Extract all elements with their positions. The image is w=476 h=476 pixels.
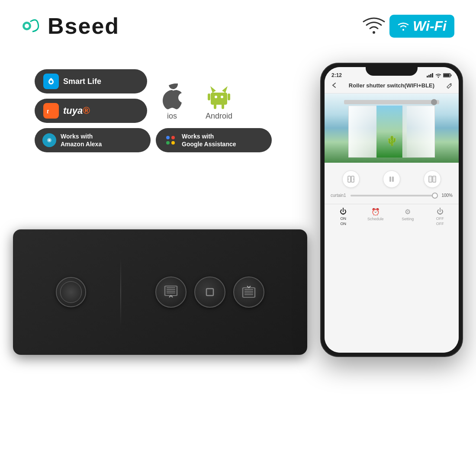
svg-rect-30: [206, 289, 213, 296]
curtain-slider-label: curtain1: [331, 193, 348, 198]
svg-point-3: [402, 29, 404, 31]
curtain-slider-track[interactable]: [351, 195, 437, 196]
switch-divider: [120, 257, 121, 327]
header: Bseed Wi-Fi: [0, 0, 476, 43]
svg-point-14: [171, 141, 175, 145]
svg-point-1: [25, 24, 29, 28]
bottom-nav: ⏻ ON ON ⏰ Schedule ⚙ Setting ⏻ OFF OFF: [325, 204, 459, 229]
android-label: Android: [206, 112, 232, 121]
alexa-icon: [42, 133, 56, 147]
curtain-slider-value: 100%: [440, 193, 453, 198]
svg-point-11: [164, 133, 177, 147]
nav-setting-label: Setting: [402, 217, 414, 221]
svg-point-15: [166, 141, 170, 145]
brand-name: Bseed: [48, 13, 119, 39]
nav-schedule[interactable]: ⏰ Schedule: [365, 208, 386, 226]
back-arrow-icon[interactable]: [331, 82, 338, 89]
close-ctrl-button[interactable]: [424, 170, 441, 188]
google-icon: [164, 133, 177, 147]
smart-life-icon: [43, 74, 59, 89]
status-icons: [427, 73, 452, 78]
nav-schedule-icon: ⏰: [371, 208, 380, 216]
app-title: Roller shutter switch(WIFI+BLE): [338, 82, 446, 89]
edit-icon[interactable]: [446, 82, 453, 89]
svg-rect-16: [211, 93, 227, 105]
bseed-icon: [22, 15, 43, 37]
switch-roller-open-button[interactable]: [155, 277, 187, 308]
controls-area: curtain1 100%: [325, 163, 459, 204]
nav-setting-icon: ⚙: [405, 208, 411, 216]
brand-logo: Bseed: [22, 13, 119, 39]
nav-setting[interactable]: ⚙ Setting: [397, 208, 418, 226]
nav-on-sublabel: ON: [341, 222, 347, 226]
svg-point-2: [373, 31, 375, 34]
open-ctrl-button[interactable]: [342, 170, 360, 188]
google-badge: Works with Google Assistance: [156, 128, 272, 152]
curtain-slider-fill: [351, 195, 433, 196]
phone-screen: 2:12: [325, 67, 459, 353]
alexa-text: Works with Amazon Alexa: [61, 132, 102, 148]
svg-rect-41: [432, 73, 433, 77]
curtain-left: [348, 106, 381, 158]
nav-off[interactable]: ⏻ OFF OFF: [429, 208, 451, 226]
svg-point-12: [166, 136, 170, 139]
window-image: 🌵: [325, 93, 459, 163]
svg-point-5: [50, 80, 52, 83]
window-handle: [431, 99, 437, 105]
curtain-right: [402, 106, 435, 158]
nav-off-sublabel: OFF: [436, 222, 444, 226]
curtain-slider-thumb[interactable]: [432, 193, 438, 199]
pause-ctrl-button[interactable]: [383, 170, 400, 188]
nav-off-label: OFF: [436, 216, 444, 221]
switch-stop-button[interactable]: [194, 277, 225, 308]
phone-mockup: 2:12: [320, 63, 463, 357]
switch-roller-close-button[interactable]: [233, 277, 264, 308]
cactus-decoration: 🌵: [386, 135, 398, 147]
google-text: Works with Google Assistance: [182, 132, 236, 148]
svg-rect-20: [222, 104, 224, 109]
svg-rect-49: [392, 177, 394, 182]
nav-on[interactable]: ⏻ ON ON: [332, 208, 354, 226]
switch-single-button[interactable]: [56, 277, 86, 307]
control-buttons: [331, 167, 453, 191]
wifi-badge: Wi-Fi: [362, 15, 454, 38]
svg-rect-44: [444, 74, 450, 77]
wifi-signal-icon: [362, 16, 386, 37]
switch-single-inner: [60, 281, 82, 303]
svg-point-13: [171, 136, 175, 139]
os-badges: ios Android: [160, 84, 232, 121]
status-time: 2:12: [331, 72, 342, 78]
svg-rect-48: [389, 177, 391, 182]
svg-point-22: [221, 96, 223, 98]
tuya-badge: t tuya®: [35, 99, 147, 123]
app-header: Roller shutter switch(WIFI+BLE): [325, 80, 459, 93]
switch-triple-group: [155, 277, 264, 308]
nav-on-icon: ⏻: [340, 208, 347, 215]
signal-icon: [427, 73, 434, 77]
battery-icon: [443, 73, 452, 77]
tuya-icon: t: [43, 103, 59, 119]
ios-badge: ios: [160, 84, 184, 121]
svg-rect-19: [214, 104, 216, 109]
svg-rect-39: [428, 75, 430, 77]
curtain-slider-row: curtain1 100%: [331, 191, 453, 199]
nav-on-label: ON: [341, 216, 347, 221]
smart-life-label: Smart Life: [63, 77, 101, 86]
smart-life-badge: Smart Life: [35, 69, 147, 93]
window-frame: 🌵: [348, 98, 435, 158]
svg-text:t: t: [47, 108, 49, 115]
svg-point-42: [438, 77, 439, 77]
svg-rect-18: [228, 93, 230, 100]
app-content: 🌵: [325, 93, 459, 353]
svg-point-21: [215, 96, 217, 98]
window-rail: [344, 100, 439, 104]
nav-schedule-label: Schedule: [367, 217, 384, 221]
alexa-badge: Works with Amazon Alexa: [35, 128, 151, 152]
tuya-label: tuya®: [63, 105, 90, 116]
ios-label: ios: [167, 112, 177, 121]
android-icon: [207, 84, 231, 108]
badges-section: Smart Life t tuya® Works with Amazon: [13, 61, 293, 161]
wifi-text: Wi-Fi: [413, 18, 447, 34]
apple-icon: [160, 84, 184, 108]
svg-rect-40: [430, 74, 431, 77]
